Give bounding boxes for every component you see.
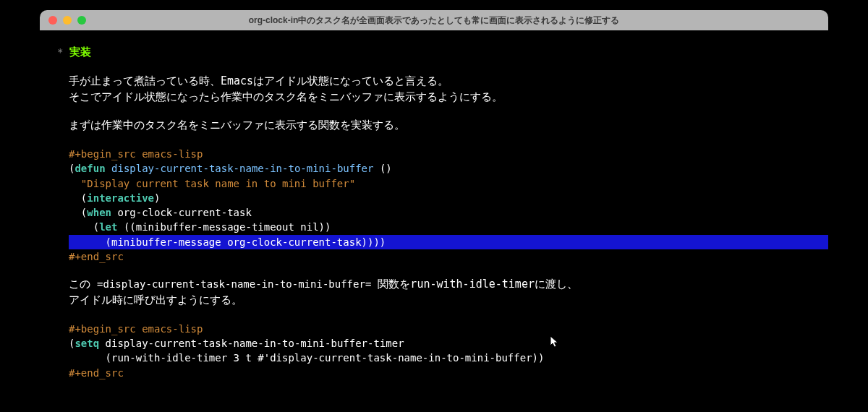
code1-line1: (defun display-current-task-name-in-to-m… — [40, 161, 828, 176]
paragraph-3: まずは作業中のタスク名をミニバッファに表示する関数を実装する。 — [40, 118, 828, 134]
src-end-2: #+end_src — [40, 366, 828, 380]
src-begin-2: #+begin_src emacs-lisp — [40, 322, 828, 336]
editor-buffer[interactable]: * 実装 手が止まって煮詰っている時、Emacsはアイドル状態になっていると言え… — [40, 30, 828, 386]
paragraph-5: アイドル時に呼び出すようにする。 — [40, 293, 828, 309]
heading-text: 実装 — [69, 46, 91, 59]
code1-line5: (let ((minibuffer-message-timeout nil)) — [40, 220, 828, 234]
paragraph-2: そこでアイドル状態になったら作業中のタスク名をミニバッファに表示するようにする。 — [40, 90, 828, 106]
heading-star: * — [57, 46, 63, 58]
editor-window: org-clock-in中のタスク名が全画面表示であったとしても常に画面に表示さ… — [40, 10, 828, 386]
org-heading: * 実装 — [40, 45, 828, 61]
paragraph-1: 手が止まって煮詰っている時、Emacsはアイドル状態になっていると言える。 — [40, 74, 828, 90]
code1-line6: (minibuffer-message org-clock-current-ta… — [69, 235, 828, 249]
code1-line3: (interactive) — [40, 191, 828, 205]
code1-line4: (when org-clock-current-task — [40, 205, 828, 220]
code1-line2: "Display current task name in to mini bu… — [40, 176, 828, 191]
highlighted-region: (minibuffer-message org-clock-current-ta… — [69, 235, 828, 249]
code2-line2: (run-with-idle-timer 3 t #'display-curre… — [40, 351, 828, 365]
window-title: org-clock-in中のタスク名が全画面表示であったとしても常に画面に表示さ… — [40, 14, 828, 27]
src-begin-1: #+begin_src emacs-lisp — [40, 147, 828, 161]
close-icon[interactable] — [48, 16, 57, 25]
titlebar: org-clock-in中のタスク名が全画面表示であったとしても常に画面に表示さ… — [40, 10, 828, 30]
maximize-icon[interactable] — [77, 16, 86, 25]
code2-line1: (setq display-current-task-name-in-to-mi… — [40, 336, 828, 351]
minimize-icon[interactable] — [63, 16, 72, 25]
src-end-1: #+end_src — [40, 249, 828, 264]
paragraph-4: この =display-current-task-name-in-to-mini… — [40, 277, 828, 293]
traffic-lights — [40, 16, 86, 25]
